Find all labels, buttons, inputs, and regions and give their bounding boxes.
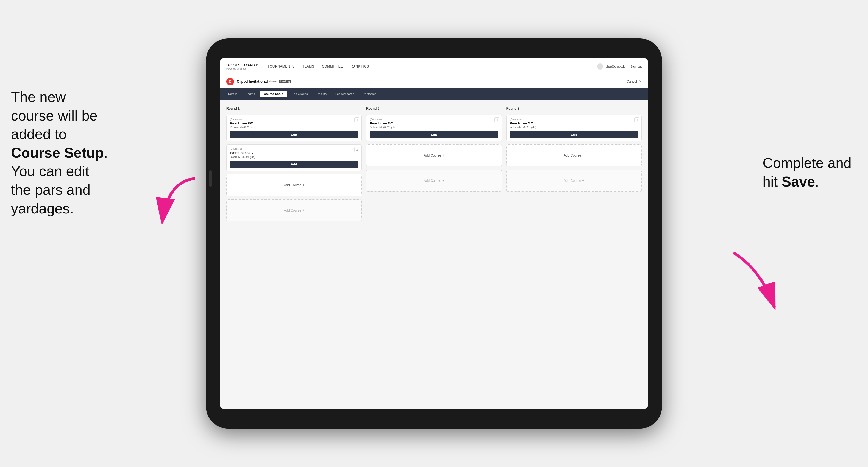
tab-leaderboards[interactable]: Leaderboards bbox=[332, 91, 358, 97]
tab-course-setup[interactable]: Course Setup bbox=[260, 91, 287, 97]
round2-course-a-details: Yellow (M) (6629 yds) bbox=[370, 126, 498, 129]
round-2-label: Round 2 bbox=[366, 106, 502, 111]
round2-course-a-card: ⊡ (Course A) Peachtree GC Yellow (M) (66… bbox=[366, 115, 502, 141]
round1-add-course-1-text: Add Course+ bbox=[284, 183, 304, 187]
round1-add-course-2-text: Add Course+ bbox=[284, 209, 304, 212]
round2-course-a-edit-btn[interactable]: Edit bbox=[370, 131, 498, 138]
sign-out-link[interactable]: Sign out bbox=[631, 65, 642, 68]
round1-course-b-details: Black (M) (6891 yds) bbox=[230, 155, 358, 158]
tab-tee-groups[interactable]: Tee Groups bbox=[288, 91, 312, 97]
right-arrow bbox=[717, 247, 788, 319]
tab-results[interactable]: Results bbox=[313, 91, 331, 97]
round-1-label: Round 1 bbox=[226, 106, 362, 111]
tournament-logo: C bbox=[226, 78, 234, 86]
round1-add-course-1[interactable]: Add Course+ bbox=[226, 174, 362, 196]
round1-course-b-card: ⊡ (Course B) East Lake GC Black (M) (689… bbox=[226, 145, 362, 171]
separator: | bbox=[628, 65, 628, 68]
nav-links: TOURNAMENTS TEAMS COMMITTEE RANKINGS bbox=[268, 65, 597, 68]
round1-course-b-edit-btn[interactable]: Edit bbox=[230, 161, 358, 168]
tournament-name: Clippd Invitational bbox=[237, 80, 268, 84]
round2-add-course-2-text: Add Course+ bbox=[424, 179, 444, 183]
round-2-column: Round 2 ⊡ (Course A) Peachtree GC Yellow… bbox=[366, 106, 502, 221]
nav-right: blair@clippd.io | Sign out bbox=[597, 63, 642, 69]
round3-course-a-tag: (Course A) bbox=[510, 118, 638, 121]
scoreboard-logo: SCOREBOARD Powered by clippd bbox=[226, 63, 259, 70]
plus-icon-2: + bbox=[303, 209, 304, 212]
round-3-column: Round 3 ⊡ (Course A) Peachtree GC Yellow… bbox=[506, 106, 642, 221]
tournament-header: C Clippd Invitational (Men) Hosting Canc… bbox=[220, 75, 648, 88]
tab-details[interactable]: Details bbox=[224, 91, 241, 97]
user-avatar bbox=[597, 63, 603, 69]
tablet-frame: SCOREBOARD Powered by clippd TOURNAMENTS… bbox=[206, 38, 662, 429]
main-content: Round 1 ⊡ (Course A) Peachtree GC Yellow… bbox=[220, 100, 648, 409]
round3-add-course-1[interactable]: Add Course+ bbox=[506, 145, 642, 166]
round1-course-b-tag: (Course B) bbox=[230, 148, 358, 150]
tab-printables[interactable]: Printables bbox=[359, 91, 380, 97]
tab-teams[interactable]: Teams bbox=[242, 91, 259, 97]
cancel-button[interactable]: Cancel ✕ bbox=[626, 80, 642, 84]
right-annotation: Complete and hit Save. bbox=[763, 154, 851, 191]
round1-course-a-edit-btn[interactable]: Edit bbox=[230, 131, 358, 138]
round2-add-course-1[interactable]: Add Course+ bbox=[366, 145, 502, 166]
cancel-x-icon: ✕ bbox=[639, 80, 642, 84]
nav-tournaments[interactable]: TOURNAMENTS bbox=[268, 65, 294, 68]
round2-course-a-tag: (Course A) bbox=[370, 118, 498, 121]
round1-course-a-tag: (Course A) bbox=[230, 118, 358, 121]
logo-subtitle: Powered by clippd bbox=[226, 67, 259, 70]
top-nav: SCOREBOARD Powered by clippd TOURNAMENTS… bbox=[220, 58, 648, 75]
round1-course-a-card: ⊡ (Course A) Peachtree GC Yellow (M) (66… bbox=[226, 115, 362, 141]
tab-bar: Details Teams Course Setup Tee Groups Re… bbox=[220, 88, 648, 100]
round3-course-a-edit-btn[interactable]: Edit bbox=[510, 131, 638, 138]
left-arrow bbox=[146, 173, 206, 234]
tablet-side-button bbox=[209, 170, 212, 187]
round1-course-a-corner-btn[interactable]: ⊡ bbox=[354, 117, 359, 122]
round3-add-course-2: Add Course+ bbox=[506, 170, 642, 192]
round1-course-a-name: Peachtree GC bbox=[230, 121, 358, 125]
nav-rankings[interactable]: RANKINGS bbox=[351, 65, 369, 68]
rounds-container: Round 1 ⊡ (Course A) Peachtree GC Yellow… bbox=[226, 106, 642, 221]
left-annotation: The new course will be added to Course S… bbox=[11, 88, 108, 218]
round2-add-course-2: Add Course+ bbox=[366, 170, 502, 192]
user-email: blair@clippd.io bbox=[606, 65, 625, 68]
nav-teams[interactable]: TEAMS bbox=[302, 65, 314, 68]
round1-course-b-corner-btn[interactable]: ⊡ bbox=[354, 147, 359, 152]
round3-course-a-corner-btn[interactable]: ⊡ bbox=[634, 117, 639, 122]
logo-title: SCOREBOARD bbox=[226, 63, 259, 67]
round3-add-course-1-text: Add Course+ bbox=[564, 154, 584, 157]
round2-add-course-1-text: Add Course+ bbox=[424, 154, 444, 157]
round1-add-course-2: Add Course+ bbox=[226, 199, 362, 221]
round2-course-a-corner-btn[interactable]: ⊡ bbox=[494, 117, 499, 122]
round3-course-a-name: Peachtree GC bbox=[510, 121, 638, 125]
hosting-badge: Hosting bbox=[279, 80, 291, 83]
round3-course-a-details: Yellow (M) (6629 yds) bbox=[510, 126, 638, 129]
nav-committee[interactable]: COMMITTEE bbox=[322, 65, 343, 68]
round3-add-course-2-text: Add Course+ bbox=[564, 179, 584, 183]
tablet-screen: SCOREBOARD Powered by clippd TOURNAMENTS… bbox=[220, 58, 648, 409]
round3-course-a-card: ⊡ (Course A) Peachtree GC Yellow (M) (66… bbox=[506, 115, 642, 141]
tournament-gender: (Men) bbox=[270, 80, 277, 83]
course-setup-bold: Course Setup bbox=[11, 145, 104, 161]
round-3-label: Round 3 bbox=[506, 106, 642, 111]
round1-course-b-name: East Lake GC bbox=[230, 151, 358, 155]
save-bold: Save bbox=[782, 174, 815, 190]
plus-icon-1: + bbox=[303, 183, 304, 187]
round1-course-a-details: Yellow (M) (6629 yds) bbox=[230, 126, 358, 129]
round-1-column: Round 1 ⊡ (Course A) Peachtree GC Yellow… bbox=[226, 106, 362, 221]
round2-course-a-name: Peachtree GC bbox=[370, 121, 498, 125]
